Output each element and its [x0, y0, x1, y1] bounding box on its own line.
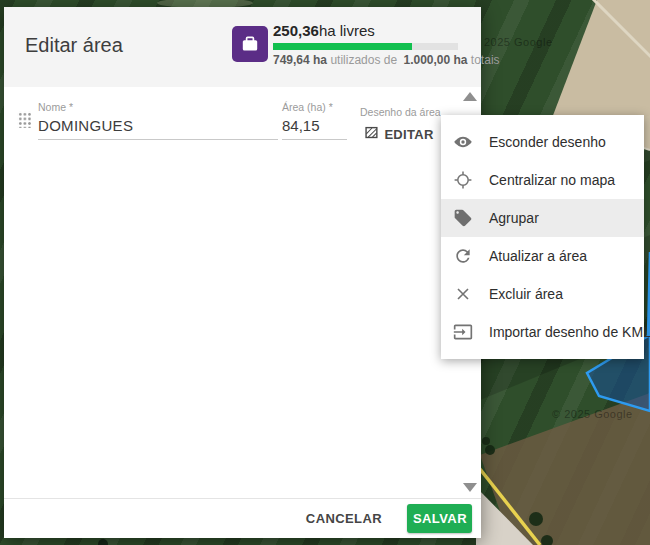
edit-area-dialog: Editar área 250,36ha livres 749,64 ha ut…: [4, 7, 481, 538]
crosshair-icon: [453, 170, 473, 190]
polygon-edit-icon: [364, 125, 379, 143]
edit-drawing-label: EDITAR: [384, 127, 433, 142]
menu-item-excluir-area[interactable]: Excluir área: [441, 275, 644, 313]
map-watermark: 2025 Google: [484, 36, 553, 48]
close-icon: [453, 284, 473, 304]
drag-handle-icon[interactable]: [17, 111, 31, 128]
area-label: Área (ha) *: [282, 101, 347, 113]
map-tree: [482, 437, 490, 445]
menu-item-label: Excluir área: [489, 286, 563, 302]
menu-item-label: Centralizar no mapa: [489, 172, 615, 188]
used-hectares-text: 749,64 ha utilizados de 1.000,00 ha tota…: [273, 53, 473, 67]
menu-item-importar-desenho-de-kml[interactable]: Importar desenho de KML: [441, 313, 644, 351]
save-button[interactable]: SALVAR: [407, 504, 472, 533]
cancel-button[interactable]: CANCELAR: [302, 505, 386, 532]
map-tree: [529, 512, 543, 526]
drawing-label: Desenho da área: [360, 106, 438, 118]
scroll-up-arrow[interactable]: [463, 92, 477, 101]
menu-item-label: Atualizar a área: [489, 248, 587, 264]
refresh-icon: [453, 246, 473, 266]
map-tree: [98, 539, 108, 545]
dialog-footer: CANCELAR SALVAR: [4, 498, 481, 538]
free-hectares-text: 250,36ha livres: [273, 21, 473, 40]
dialog-header: Editar área 250,36ha livres 749,64 ha ut…: [4, 7, 481, 87]
usage-progressbar-fill: [273, 43, 412, 50]
free-hectares-value: 250,36: [273, 22, 319, 39]
usage-summary: 250,36ha livres 749,64 ha utilizados de …: [273, 21, 473, 67]
area-field-group: Área (ha) *: [282, 101, 347, 140]
briefcase-icon: [232, 26, 268, 62]
dialog-title: Editar área: [25, 34, 123, 57]
menu-item-label: Esconder desenho: [489, 134, 606, 150]
drawing-group: Desenho da área EDITAR: [360, 106, 438, 145]
area-context-menu: Esconder desenho Centralizar no mapa Agr…: [441, 115, 644, 359]
menu-item-label: Importar desenho de KML: [489, 324, 650, 340]
scroll-down-arrow[interactable]: [463, 483, 477, 492]
map-watermark-copyright: © 2025 Google: [552, 408, 633, 420]
tag-icon: [453, 208, 473, 228]
menu-item-agrupar[interactable]: Agrupar: [441, 199, 644, 237]
name-field-group: Nome *: [38, 101, 278, 140]
eye-icon: [453, 132, 473, 152]
menu-item-atualizar-a-area[interactable]: Atualizar a área: [441, 237, 644, 275]
menu-item-centralizar-no-mapa[interactable]: Centralizar no mapa: [441, 161, 644, 199]
app-window: 2025 Google © 2025 Google Editar área 25…: [0, 0, 650, 545]
usage-progressbar: [273, 43, 458, 50]
name-input[interactable]: [38, 113, 278, 140]
map-tree: [485, 445, 495, 455]
name-label: Nome *: [38, 101, 278, 113]
area-input[interactable]: [282, 113, 347, 140]
menu-item-label: Agrupar: [489, 210, 539, 226]
edit-drawing-button[interactable]: EDITAR: [360, 123, 437, 145]
import-icon: [453, 322, 473, 342]
menu-item-esconder-desenho[interactable]: Esconder desenho: [441, 123, 644, 161]
